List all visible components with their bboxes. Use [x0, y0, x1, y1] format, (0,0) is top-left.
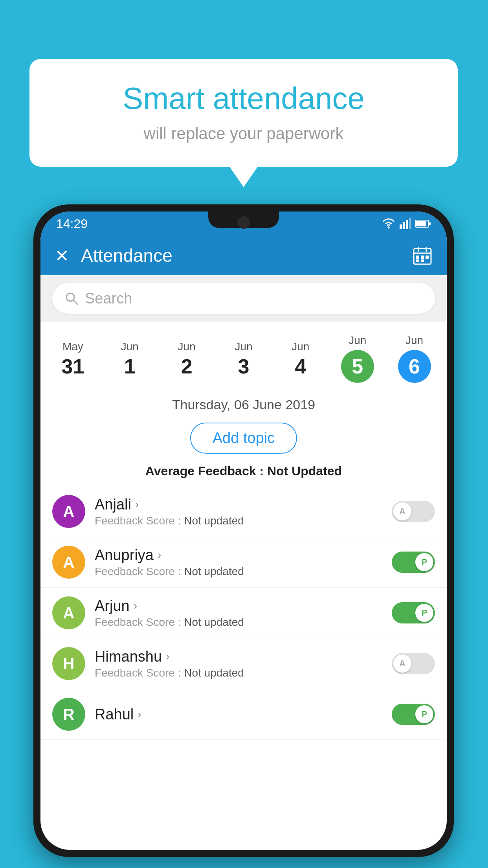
student-name: Anupriya › [95, 547, 382, 564]
svg-point-0 [388, 227, 390, 229]
avatar: R [52, 698, 85, 731]
phone-frame: 14:29 [33, 204, 454, 857]
search-placeholder: Search [85, 290, 132, 307]
add-topic-button[interactable]: Add topic [190, 423, 297, 454]
app-toolbar: ✕ Attendance [40, 236, 447, 275]
svg-rect-4 [409, 218, 411, 229]
search-container: Search [40, 275, 447, 322]
signal-icon [400, 218, 411, 229]
attendance-toggle[interactable]: P [392, 602, 435, 623]
search-icon [64, 291, 79, 306]
list-item[interactable]: A Arjun › Feedback Score : Not updated P [40, 588, 447, 638]
calendar-day-jun4[interactable]: Jun 4 [272, 336, 329, 381]
cal-date-circle-blue: 6 [398, 350, 431, 383]
calendar-day-may31[interactable]: May 31 [44, 336, 101, 381]
student-info: Arjun › Feedback Score : Not updated [95, 598, 382, 629]
svg-rect-2 [403, 222, 405, 229]
list-item[interactable]: A Anupriya › Feedback Score : Not update… [40, 537, 447, 588]
svg-rect-3 [406, 220, 408, 229]
student-name: Arjun › [95, 598, 382, 614]
avg-feedback: Average Feedback : Not Updated [40, 460, 447, 486]
speech-bubble-title: Smart attendance [53, 81, 434, 116]
chevron-right-icon: › [138, 708, 141, 721]
toggle-on[interactable]: P [392, 552, 435, 573]
cal-month-label: Jun [101, 340, 158, 353]
chevron-right-icon: › [134, 600, 137, 612]
phone-inner: 14:29 [40, 211, 447, 850]
toggle-off[interactable]: A [392, 501, 435, 522]
svg-rect-16 [421, 259, 424, 262]
student-feedback: Feedback Score : Not updated [95, 667, 382, 679]
calendar-day-jun5[interactable]: Jun 5 [329, 329, 386, 388]
svg-rect-14 [426, 256, 429, 259]
speech-bubble-subtitle: will replace your paperwork [53, 124, 434, 143]
cal-month-label: Jun [215, 340, 272, 353]
student-name: Himanshu › [95, 648, 382, 665]
svg-rect-6 [416, 221, 426, 226]
avatar: A [52, 495, 85, 528]
speech-bubble: Smart attendance will replace your paper… [29, 59, 458, 167]
student-list: A Anjali › Feedback Score : Not updated … [40, 486, 447, 740]
status-time: 14:29 [56, 217, 88, 231]
attendance-toggle[interactable]: A [392, 653, 435, 674]
svg-rect-1 [400, 224, 402, 229]
calendar-day-jun6[interactable]: Jun 6 [386, 329, 443, 388]
phone-notch [208, 211, 279, 228]
wifi-icon [382, 218, 396, 229]
svg-rect-7 [429, 222, 431, 225]
student-info: Anjali › Feedback Score : Not updated [95, 496, 382, 527]
attendance-toggle[interactable]: P [392, 552, 435, 573]
chevron-right-icon: › [135, 498, 139, 511]
chevron-right-icon: › [158, 549, 161, 561]
selected-date-label: Thursday, 06 June 2019 [40, 388, 447, 419]
cal-date-circle-green: 5 [341, 350, 374, 383]
cal-month-label: Jun [386, 334, 443, 347]
svg-line-18 [73, 300, 77, 304]
list-item[interactable]: A Anjali › Feedback Score : Not updated … [40, 486, 447, 537]
status-icons [382, 218, 431, 229]
student-name: Anjali › [95, 496, 382, 513]
calendar-day-jun2[interactable]: Jun 2 [158, 336, 215, 381]
avatar: A [52, 546, 85, 579]
calendar-icon[interactable] [412, 245, 433, 266]
chevron-right-icon: › [166, 650, 169, 663]
avg-feedback-value: Not Updated [267, 464, 342, 478]
student-feedback: Feedback Score : Not updated [95, 565, 382, 578]
student-feedback: Feedback Score : Not updated [95, 515, 382, 527]
cal-month-label: Jun [158, 340, 215, 353]
student-feedback: Feedback Score : Not updated [95, 616, 382, 629]
avatar: H [52, 647, 85, 680]
calendar-row: May 31 Jun 1 Jun 2 Jun 3 Jun 4 [40, 322, 447, 388]
close-button[interactable]: ✕ [55, 246, 69, 266]
toggle-on[interactable]: P [392, 602, 435, 623]
svg-rect-15 [416, 259, 419, 262]
cal-date-number: 3 [215, 356, 272, 377]
camera-hole [237, 216, 250, 229]
toolbar-title: Attendance [81, 245, 400, 266]
svg-rect-13 [421, 256, 424, 259]
calendar-day-jun3[interactable]: Jun 3 [215, 336, 272, 381]
battery-icon [415, 219, 431, 228]
cal-date-number: 2 [158, 356, 215, 377]
student-info: Anupriya › Feedback Score : Not updated [95, 547, 382, 578]
student-info: Himanshu › Feedback Score : Not updated [95, 648, 382, 679]
calendar-day-jun1[interactable]: Jun 1 [101, 336, 158, 381]
cal-date-number: 4 [272, 356, 329, 377]
list-item[interactable]: H Himanshu › Feedback Score : Not update… [40, 638, 447, 689]
toggle-on[interactable]: P [392, 704, 435, 725]
toggle-off[interactable]: A [392, 653, 435, 674]
student-info: Rahul › [95, 706, 382, 723]
cal-month-label: Jun [272, 340, 329, 353]
search-bar[interactable]: Search [52, 283, 435, 314]
avatar: A [52, 596, 85, 629]
cal-date-number: 31 [44, 356, 101, 377]
attendance-toggle[interactable]: P [392, 704, 435, 725]
cal-month-label: May [44, 340, 101, 353]
cal-date-number: 1 [101, 356, 158, 377]
attendance-toggle[interactable]: A [392, 501, 435, 522]
cal-month-label: Jun [329, 334, 386, 347]
avg-feedback-label: Average Feedback : [145, 464, 264, 478]
list-item[interactable]: R Rahul › P [40, 689, 447, 740]
svg-rect-12 [416, 256, 419, 259]
student-name: Rahul › [95, 706, 382, 723]
